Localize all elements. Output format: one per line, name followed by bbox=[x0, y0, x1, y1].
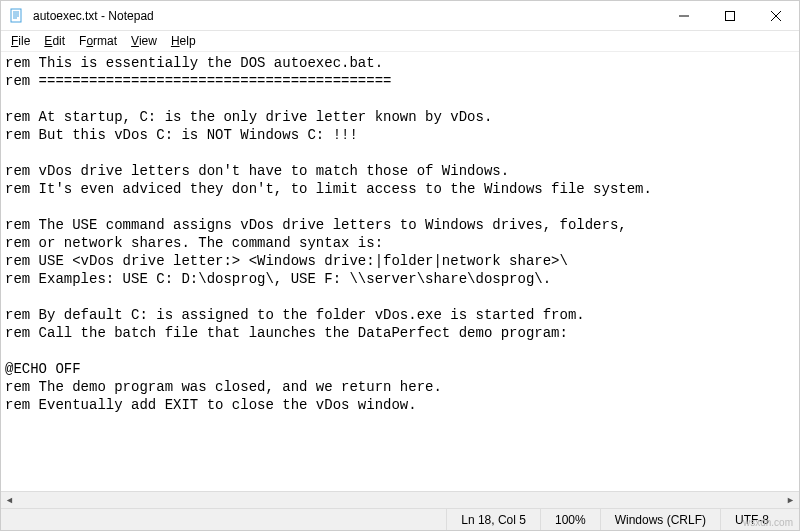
window-controls bbox=[661, 1, 799, 30]
status-line-ending: Windows (CRLF) bbox=[601, 509, 721, 530]
notepad-icon bbox=[9, 8, 25, 24]
window-title: autoexec.txt - Notepad bbox=[31, 9, 661, 23]
menu-view[interactable]: View bbox=[125, 33, 163, 49]
menu-bar: File Edit Format View Help bbox=[1, 31, 799, 51]
text-editor[interactable]: rem This is essentially the DOS autoexec… bbox=[1, 52, 799, 491]
title-bar: autoexec.txt - Notepad bbox=[1, 1, 799, 31]
minimize-button[interactable] bbox=[661, 1, 707, 30]
editor-area: rem This is essentially the DOS autoexec… bbox=[1, 51, 799, 508]
status-zoom: 100% bbox=[541, 509, 601, 530]
svg-rect-6 bbox=[726, 11, 735, 20]
menu-help[interactable]: Help bbox=[165, 33, 202, 49]
scrollbar-track[interactable] bbox=[18, 492, 782, 508]
menu-edit[interactable]: Edit bbox=[38, 33, 71, 49]
maximize-button[interactable] bbox=[707, 1, 753, 30]
status-cursor-position: Ln 18, Col 5 bbox=[447, 509, 541, 530]
menu-format[interactable]: Format bbox=[73, 33, 123, 49]
status-bar: Ln 18, Col 5 100% Windows (CRLF) UTF-8 bbox=[1, 508, 799, 530]
status-spacer bbox=[1, 509, 447, 530]
menu-file[interactable]: File bbox=[5, 33, 36, 49]
chevron-right-icon[interactable]: ► bbox=[782, 492, 799, 509]
status-encoding: UTF-8 bbox=[721, 509, 799, 530]
chevron-left-icon[interactable]: ◄ bbox=[1, 492, 18, 509]
close-button[interactable] bbox=[753, 1, 799, 30]
horizontal-scrollbar[interactable]: ◄ ► bbox=[1, 491, 799, 508]
